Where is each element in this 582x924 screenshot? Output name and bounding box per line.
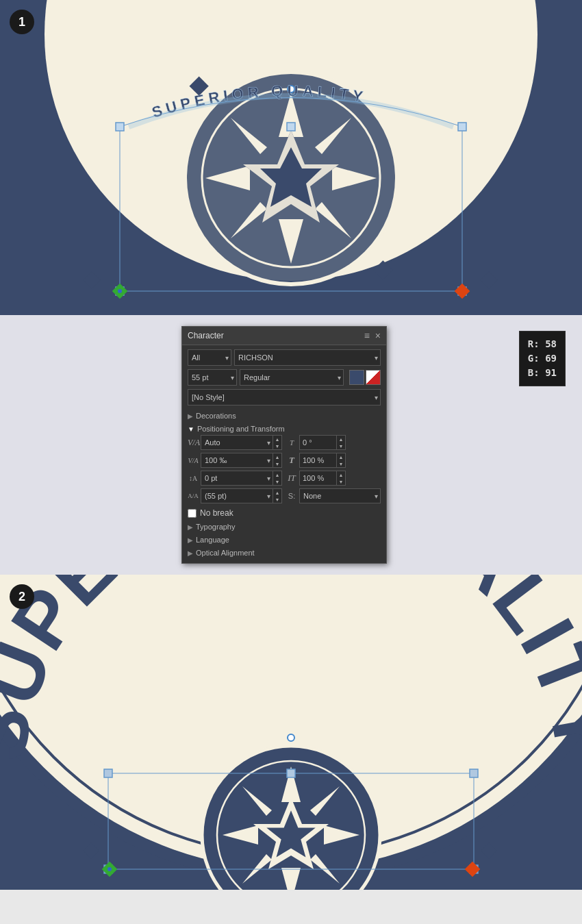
color-b: B: 91: [528, 366, 557, 380]
width-input-group: ▲ ▼: [299, 453, 381, 468]
height-row: IT ▲ ▼: [286, 471, 381, 486]
panel-title: Character: [188, 331, 224, 340]
panel-close-icon[interactable]: ×: [375, 330, 381, 341]
autolead-select[interactable]: (55 pt): [201, 488, 273, 503]
character-panel: Character ≡ × All: [181, 326, 387, 564]
section-1: 1: [0, 0, 582, 315]
all-select[interactable]: All: [188, 349, 231, 366]
font-select[interactable]: RICHSON: [234, 349, 381, 366]
autolead-row: A/A (55 pt) ▲ ▼: [188, 488, 282, 503]
positioning-section[interactable]: ▼ Positioning and Transform: [188, 422, 381, 435]
logo-svg-1: SUPERIOR QUALITY SUPERIOR QUALITY: [0, 0, 582, 315]
decorations-arrow: ▶: [188, 412, 193, 420]
autolead-select-wrapper[interactable]: (55 pt): [201, 488, 273, 503]
tracking-select-wrapper[interactable]: 100 ‰: [201, 453, 273, 468]
tracking-down[interactable]: ▼: [273, 460, 281, 467]
logo-svg-2: SUPERIOR QUALITY: [0, 575, 582, 890]
size-style-row: 55 pt Regular: [188, 369, 381, 386]
baseline-select-wrapper[interactable]: 0 pt: [201, 471, 273, 486]
tracking-stepper[interactable]: ▲ ▼: [273, 453, 282, 468]
svg-rect-27: [287, 123, 295, 131]
fill-color-swatch[interactable]: [349, 370, 364, 385]
skew-select-wrapper[interactable]: None: [299, 488, 381, 503]
tracking-select[interactable]: 100 ‰: [201, 453, 273, 468]
size-select[interactable]: 55 pt: [188, 369, 237, 386]
height-down[interactable]: ▼: [337, 478, 345, 485]
no-break-checkbox[interactable]: [188, 509, 197, 518]
typography-section[interactable]: ▶ Typography: [188, 520, 381, 533]
panel-header[interactable]: Character ≡ ×: [182, 327, 386, 345]
kerning-down[interactable]: ▼: [273, 442, 281, 449]
positioning-grid: V/A Auto ▲ ▼: [188, 435, 381, 503]
optical-label: Optical Alignment: [196, 549, 255, 557]
optical-section[interactable]: ▶ Optical Alignment: [188, 546, 381, 559]
height-up[interactable]: ▲: [337, 471, 345, 478]
font-select-wrapper[interactable]: RICHSON: [234, 349, 381, 366]
panel-header-icons: ≡ ×: [364, 330, 381, 341]
autolead-down[interactable]: ▼: [273, 496, 281, 503]
svg-rect-19: [480, 271, 497, 288]
width-input[interactable]: [299, 453, 337, 468]
angle-icon: T: [286, 438, 297, 447]
stroke-color-swatch[interactable]: [366, 370, 381, 385]
step-badge-2: 2: [10, 584, 34, 609]
svg-point-62: [288, 734, 294, 741]
panel-body: All RICHSON 55 pt: [182, 345, 386, 563]
kerning-select-wrapper[interactable]: Auto: [201, 435, 273, 450]
font-row: All RICHSON: [188, 349, 381, 366]
decorations-section[interactable]: ▶ Decorations: [188, 409, 381, 422]
svg-rect-61: [287, 769, 295, 777]
svg-rect-18: [83, 271, 100, 288]
angle-down[interactable]: ▼: [337, 442, 345, 449]
positioning-arrow: ▼: [188, 425, 194, 433]
baseline-select[interactable]: 0 pt: [201, 471, 273, 486]
angle-stepper[interactable]: ▲ ▼: [337, 435, 346, 450]
angle-input[interactable]: [299, 435, 337, 450]
panel-menu-icon[interactable]: ≡: [364, 330, 370, 341]
autolead-up[interactable]: ▲: [273, 489, 281, 496]
skew-select[interactable]: None: [299, 488, 381, 503]
typography-arrow: ▶: [188, 523, 193, 531]
kerning-select[interactable]: Auto: [201, 435, 273, 450]
baseline-down[interactable]: ▼: [273, 478, 281, 485]
baseline-up[interactable]: ▲: [273, 471, 281, 478]
svg-point-30: [118, 289, 122, 293]
no-style-select-wrapper[interactable]: [No Style]: [188, 389, 381, 405]
kerning-up[interactable]: ▲: [273, 436, 281, 442]
width-icon: T: [286, 455, 297, 466]
color-swatches: [349, 370, 381, 385]
width-down[interactable]: ▼: [337, 460, 345, 467]
width-up[interactable]: ▲: [337, 453, 345, 460]
svg-rect-52: [481, 843, 497, 859]
autolead-input-group: (55 pt) ▲ ▼: [201, 488, 282, 503]
width-stepper[interactable]: ▲ ▼: [337, 453, 346, 468]
decorations-label: Decorations: [196, 412, 236, 420]
kerning-stepper[interactable]: ▲ ▼: [273, 435, 282, 450]
panel-area: Character ≡ × All: [0, 315, 582, 575]
baseline-stepper[interactable]: ▲ ▼: [273, 471, 282, 486]
tracking-icon: V/A: [188, 457, 199, 464]
language-section[interactable]: ▶ Language: [188, 533, 381, 546]
svg-rect-31: [455, 284, 470, 299]
skew-input-group: None: [299, 488, 381, 503]
no-style-select[interactable]: [No Style]: [188, 389, 381, 405]
tracking-up[interactable]: ▲: [273, 453, 281, 460]
baseline-row: ↕A 0 pt ▲ ▼: [188, 471, 282, 486]
height-input[interactable]: [299, 471, 337, 486]
kerning-icon: V/A: [188, 438, 199, 448]
angle-input-group: ▲ ▼: [299, 435, 381, 450]
style-select[interactable]: Regular: [240, 369, 344, 386]
svg-rect-23: [116, 123, 124, 131]
angle-row: T ▲ ▼: [286, 435, 381, 450]
autolead-stepper[interactable]: ▲ ▼: [273, 488, 282, 503]
height-stepper[interactable]: ▲ ▼: [337, 471, 346, 486]
all-select-wrapper[interactable]: All: [188, 349, 231, 366]
baseline-icon: ↕A: [188, 475, 199, 482]
color-info-box: R: 58 G: 69 B: 91: [519, 331, 566, 386]
skew-icon: S:: [286, 492, 297, 500]
svg-rect-51: [84, 843, 99, 859]
svg-rect-58: [470, 769, 478, 777]
size-select-wrapper[interactable]: 55 pt: [188, 369, 237, 386]
style-select-wrapper[interactable]: Regular: [240, 369, 344, 386]
angle-up[interactable]: ▲: [337, 436, 345, 442]
